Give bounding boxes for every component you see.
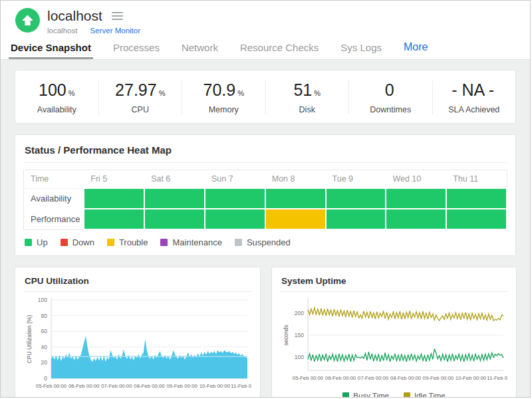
heatmap-cell-performance-thu-11[interactable] xyxy=(446,209,507,229)
heatmap-row-performance: Performance xyxy=(24,209,84,229)
hamburger-menu-icon[interactable] xyxy=(110,9,124,23)
heatmap-cell-availability-sun-7[interactable] xyxy=(205,188,265,209)
svg-text:05-Feb 00:00: 05-Feb 00:00 xyxy=(293,375,324,381)
svg-text:200: 200 xyxy=(295,310,304,317)
heatmap-legend: UpDownTroubleMaintenanceSuspended xyxy=(23,237,507,247)
cpu-chart-footer: Minimum = 0 %Maximum = 99 %Avg CPU Usage… xyxy=(23,396,252,398)
heatmap-cell-availability-tue-9[interactable] xyxy=(326,188,386,209)
svg-text:150: 150 xyxy=(295,332,304,338)
svg-text:0: 0 xyxy=(44,375,47,382)
heatmap-cell-availability-thu-11[interactable] xyxy=(446,188,507,209)
tab-more[interactable]: More xyxy=(402,41,430,59)
heatmap-row-availability: Availability xyxy=(24,188,84,209)
stat-cpu: 27.97%CPU xyxy=(98,80,182,114)
heatmap-cell-performance-tue-9[interactable] xyxy=(326,209,386,229)
svg-text:06-Feb 00:00: 06-Feb 00:00 xyxy=(325,375,356,381)
heatmap-col-tue-9: Tue 9 xyxy=(326,170,386,189)
heatmap-cell-availability-sat-6[interactable] xyxy=(144,188,205,209)
heatmap-cell-performance-wed-10[interactable] xyxy=(386,209,446,229)
summary-stats-card: 100%Availability27.97%CPU70.9%Memory51%D… xyxy=(15,70,516,124)
tab-bar: Device SnapshotProcessesNetworkResource … xyxy=(1,35,530,60)
heatmap-col-fri-5: Fri 5 xyxy=(84,170,144,189)
heatmap-cell-availability-mon-8[interactable] xyxy=(265,188,326,209)
tab-network[interactable]: Network xyxy=(180,42,220,59)
svg-text:100: 100 xyxy=(38,297,47,303)
heatmap-col-thu-11: Thu 11 xyxy=(446,170,507,189)
svg-text:07-Feb 00:00: 07-Feb 00:00 xyxy=(101,383,132,389)
svg-text:08-Feb 00:00: 08-Feb 00:00 xyxy=(134,383,165,389)
stat-label: SLA Achieved xyxy=(433,105,516,114)
svg-text:07-Feb 00:00: 07-Feb 00:00 xyxy=(358,375,389,381)
stat-unit: % xyxy=(314,89,321,97)
stat-label: Availability xyxy=(15,105,98,114)
heatmap-col-mon-8: Mon 8 xyxy=(265,170,326,189)
stat-unit: % xyxy=(237,89,244,97)
svg-text:CPU Utilization (%): CPU Utilization (%) xyxy=(26,315,33,363)
tab-sys-logs[interactable]: Sys Logs xyxy=(338,42,384,59)
stat-value: 0 xyxy=(385,80,394,99)
stat-label: Downtimes xyxy=(349,105,432,114)
tab-processes[interactable]: Processes xyxy=(111,42,162,59)
legend-swatch-up xyxy=(25,239,32,246)
legend-swatch-down xyxy=(61,239,68,246)
stat-label: Disk xyxy=(266,105,349,114)
stat-label: CPU xyxy=(99,105,182,114)
stat-sla-achieved: - NA -SLA Achieved xyxy=(432,80,516,114)
svg-text:20: 20 xyxy=(41,359,48,366)
tab-device-snapshot[interactable]: Device Snapshot xyxy=(9,42,93,59)
stat-downtimes: 0Downtimes xyxy=(348,80,432,114)
legend-item-maintenance: Maintenance xyxy=(160,237,221,247)
stat-value: - NA - xyxy=(452,80,494,99)
svg-text:40: 40 xyxy=(41,344,48,350)
stat-unit: % xyxy=(68,89,75,97)
legend-item-up: Up xyxy=(25,237,48,247)
main-content: 100%Availability27.97%CPU70.9%Memory51%D… xyxy=(1,60,530,398)
svg-text:100: 100 xyxy=(295,354,304,360)
legend-swatch-trouble xyxy=(107,239,114,246)
cpu-utilization-card: CPU Utilization 020406080100CPU Utilizat… xyxy=(15,267,261,398)
svg-text:11-Feb 0: 11-Feb 0 xyxy=(231,383,251,389)
heatmap-col-wed-10: Wed 10 xyxy=(386,170,446,189)
heatmap-table: TimeFri 5Sat 6Sun 7Mon 8Tue 9Wed 10Thu 1… xyxy=(23,170,507,230)
heatmap-cell-availability-fri-5[interactable] xyxy=(84,188,144,209)
breadcrumb-category-link[interactable]: Server Monitor xyxy=(90,27,140,35)
svg-text:10-Feb 00:00: 10-Feb 00:00 xyxy=(200,383,231,389)
svg-text:09-Feb 00:00: 09-Feb 00:00 xyxy=(166,383,198,389)
heatmap-cell-performance-sun-7[interactable] xyxy=(205,209,265,229)
heatmap-col-sat-6: Sat 6 xyxy=(144,170,205,189)
heatmap-cell-performance-mon-8[interactable] xyxy=(265,209,326,229)
stat-value: 27.97 xyxy=(115,80,157,99)
stat-memory: 70.9%Memory xyxy=(182,80,265,114)
heatmap-cell-availability-wed-10[interactable] xyxy=(386,188,446,209)
legend-swatch-suspended xyxy=(235,239,242,246)
legend-item-trouble: Trouble xyxy=(107,237,148,247)
cpu-chart-title: CPU Utilization xyxy=(23,275,252,292)
legend-item-down: Down xyxy=(61,237,94,247)
heatmap-cell-performance-sat-6[interactable] xyxy=(144,209,205,229)
cpu-utilization-chart: 020406080100CPU Utilization (%)05-Feb 00… xyxy=(23,295,252,394)
legend-swatch-busy-time xyxy=(342,392,349,398)
heatmap-col-time: Time xyxy=(24,170,84,189)
svg-text:08-Feb 00:00: 08-Feb 00:00 xyxy=(390,375,422,381)
stat-availability: 100%Availability xyxy=(15,80,98,114)
stat-value: 100 xyxy=(39,80,66,99)
svg-text:05-Feb 00:00: 05-Feb 00:00 xyxy=(36,383,67,389)
svg-text:10-Feb 00:00: 10-Feb 00:00 xyxy=(456,375,487,381)
system-uptime-card: System Uptime 100150200seconds05-Feb 00:… xyxy=(271,267,517,398)
cpu-maximum-text: Maximum = 99 % xyxy=(91,396,148,398)
cpu-average-text: Avg CPU Usage = 27.97 % xyxy=(164,396,252,398)
legend-item-busy-time: Busy Time xyxy=(342,392,389,398)
heatmap-card: Status / Performance Heat Map TimeFri 5S… xyxy=(15,134,516,256)
heatmap-cell-performance-fri-5[interactable] xyxy=(84,209,144,229)
breadcrumb-device: localhost xyxy=(47,27,77,35)
stat-value: 70.9 xyxy=(203,80,236,99)
legend-item-suspended: Suspended xyxy=(235,237,291,247)
legend-swatch-maintenance xyxy=(160,239,168,246)
uptime-chart-legend: Busy TimeIdle Time xyxy=(280,392,508,398)
svg-text:seconds: seconds xyxy=(283,325,289,346)
svg-text:60: 60 xyxy=(41,328,48,334)
tab-resource-checks[interactable]: Resource Checks xyxy=(238,42,321,59)
legend-item-idle-time: Idle Time xyxy=(404,392,446,398)
device-status-up-icon xyxy=(15,8,40,33)
heatmap-title: Status / Performance Heat Map xyxy=(23,143,507,163)
